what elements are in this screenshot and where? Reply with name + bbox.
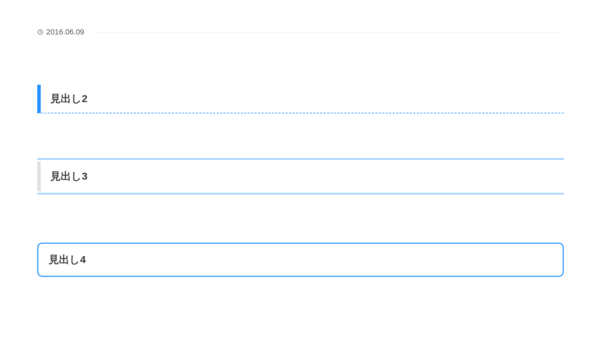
content-container: 2016.06.09 見出し2 見出し3 見出し4 xyxy=(0,0,601,318)
clock-icon xyxy=(37,29,43,35)
heading3-text: 見出し3 xyxy=(50,170,88,182)
heading-level-3: 見出し3 xyxy=(37,158,564,194)
heading4-text: 見出し4 xyxy=(49,254,86,265)
date-row: 2016.06.09 xyxy=(37,28,564,37)
divider-line xyxy=(94,32,564,32)
heading-level-2: 見出し2 xyxy=(37,85,564,113)
heading-level-4: 見出し4 xyxy=(37,243,564,277)
heading2-section: 見出し2 xyxy=(37,85,564,113)
heading4-section: 見出し4 xyxy=(37,243,564,277)
post-date: 2016.06.09 xyxy=(46,28,84,37)
heading3-section: 見出し3 xyxy=(37,158,564,194)
heading2-text: 見出し2 xyxy=(50,93,88,104)
